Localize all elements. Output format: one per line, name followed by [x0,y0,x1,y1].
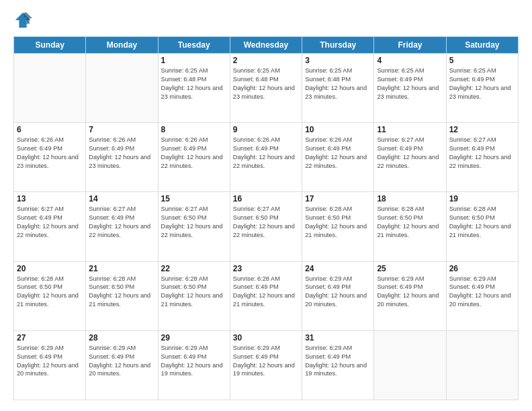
calendar-cell: 16Sunrise: 6:27 AM Sunset: 6:50 PM Dayli… [230,192,302,261]
calendar-day-header: Saturday [446,37,518,54]
calendar-cell: 10Sunrise: 6:26 AM Sunset: 6:49 PM Dayli… [302,123,374,192]
calendar-cell: 30Sunrise: 6:29 AM Sunset: 6:49 PM Dayli… [230,330,302,400]
calendar-cell: 13Sunrise: 6:27 AM Sunset: 6:49 PM Dayli… [14,192,86,261]
calendar-day-header: Friday [374,37,446,54]
calendar-cell: 24Sunrise: 6:29 AM Sunset: 6:49 PM Dayli… [302,261,374,330]
day-detail: Sunrise: 6:26 AM Sunset: 6:49 PM Dayligh… [161,136,227,171]
day-number: 9 [233,125,299,134]
day-number: 16 [233,194,299,203]
day-number: 7 [89,125,154,134]
calendar-day-header: Tuesday [158,37,230,54]
day-number: 13 [17,194,83,203]
calendar-week-row: 20Sunrise: 6:28 AM Sunset: 6:50 PM Dayli… [14,261,519,330]
calendar-cell: 28Sunrise: 6:29 AM Sunset: 6:49 PM Dayli… [86,330,158,400]
day-number: 30 [233,333,299,342]
day-number: 29 [161,333,227,342]
calendar-week-row: 27Sunrise: 6:29 AM Sunset: 6:49 PM Dayli… [14,330,519,400]
day-number: 19 [449,194,515,203]
day-number: 31 [305,333,371,342]
calendar-cell: 23Sunrise: 6:28 AM Sunset: 6:49 PM Dayli… [230,261,302,330]
calendar-cell: 1Sunrise: 6:25 AM Sunset: 6:48 PM Daylig… [158,54,230,123]
calendar-cell: 26Sunrise: 6:29 AM Sunset: 6:49 PM Dayli… [446,261,518,330]
calendar-cell: 17Sunrise: 6:28 AM Sunset: 6:50 PM Dayli… [302,192,374,261]
day-detail: Sunrise: 6:29 AM Sunset: 6:49 PM Dayligh… [449,275,515,310]
day-number: 17 [305,194,371,203]
calendar-cell: 22Sunrise: 6:28 AM Sunset: 6:50 PM Dayli… [158,261,230,330]
calendar-week-row: 6Sunrise: 6:26 AM Sunset: 6:49 PM Daylig… [14,123,519,192]
day-detail: Sunrise: 6:28 AM Sunset: 6:50 PM Dayligh… [89,275,154,310]
day-detail: Sunrise: 6:25 AM Sunset: 6:48 PM Dayligh… [233,66,299,101]
day-number: 28 [89,333,154,342]
day-detail: Sunrise: 6:25 AM Sunset: 6:49 PM Dayligh… [449,66,515,101]
day-detail: Sunrise: 6:25 AM Sunset: 6:48 PM Dayligh… [305,66,371,101]
day-number: 1 [161,56,227,65]
calendar-cell: 8Sunrise: 6:26 AM Sunset: 6:49 PM Daylig… [158,123,230,192]
day-detail: Sunrise: 6:28 AM Sunset: 6:50 PM Dayligh… [161,275,227,310]
day-detail: Sunrise: 6:28 AM Sunset: 6:50 PM Dayligh… [305,205,371,240]
day-detail: Sunrise: 6:29 AM Sunset: 6:49 PM Dayligh… [305,344,371,379]
logo-icon [13,11,32,30]
calendar-header-row: SundayMondayTuesdayWednesdayThursdayFrid… [14,37,519,54]
day-number: 23 [233,264,299,273]
calendar-cell: 4Sunrise: 6:25 AM Sunset: 6:49 PM Daylig… [374,54,446,123]
day-detail: Sunrise: 6:25 AM Sunset: 6:48 PM Dayligh… [161,66,227,101]
calendar-cell: 9Sunrise: 6:26 AM Sunset: 6:49 PM Daylig… [230,123,302,192]
calendar-cell: 18Sunrise: 6:28 AM Sunset: 6:50 PM Dayli… [374,192,446,261]
calendar-cell: 29Sunrise: 6:29 AM Sunset: 6:49 PM Dayli… [158,330,230,400]
calendar-day-header: Sunday [14,37,86,54]
day-detail: Sunrise: 6:27 AM Sunset: 6:49 PM Dayligh… [89,205,154,240]
calendar-cell [374,330,446,400]
day-number: 2 [233,56,299,65]
calendar-cell: 5Sunrise: 6:25 AM Sunset: 6:49 PM Daylig… [446,54,518,123]
logo [13,11,35,30]
calendar-cell: 19Sunrise: 6:28 AM Sunset: 6:50 PM Dayli… [446,192,518,261]
calendar-cell: 11Sunrise: 6:27 AM Sunset: 6:49 PM Dayli… [374,123,446,192]
day-detail: Sunrise: 6:29 AM Sunset: 6:49 PM Dayligh… [305,275,371,310]
calendar-cell: 21Sunrise: 6:28 AM Sunset: 6:50 PM Dayli… [86,261,158,330]
day-detail: Sunrise: 6:27 AM Sunset: 6:49 PM Dayligh… [449,136,515,171]
calendar-day-header: Wednesday [230,37,302,54]
day-number: 26 [449,264,515,273]
calendar-cell [86,54,158,123]
calendar-week-row: 13Sunrise: 6:27 AM Sunset: 6:49 PM Dayli… [14,192,519,261]
day-detail: Sunrise: 6:29 AM Sunset: 6:49 PM Dayligh… [161,344,227,379]
day-detail: Sunrise: 6:29 AM Sunset: 6:49 PM Dayligh… [233,344,299,379]
day-detail: Sunrise: 6:28 AM Sunset: 6:50 PM Dayligh… [17,275,83,310]
day-detail: Sunrise: 6:28 AM Sunset: 6:49 PM Dayligh… [233,275,299,310]
day-detail: Sunrise: 6:27 AM Sunset: 6:50 PM Dayligh… [233,205,299,240]
day-detail: Sunrise: 6:27 AM Sunset: 6:49 PM Dayligh… [377,136,443,171]
calendar-cell: 31Sunrise: 6:29 AM Sunset: 6:49 PM Dayli… [302,330,374,400]
calendar-cell: 20Sunrise: 6:28 AM Sunset: 6:50 PM Dayli… [14,261,86,330]
calendar-cell: 12Sunrise: 6:27 AM Sunset: 6:49 PM Dayli… [446,123,518,192]
day-number: 8 [161,125,227,134]
calendar-cell [446,330,518,400]
day-detail: Sunrise: 6:26 AM Sunset: 6:49 PM Dayligh… [89,136,154,171]
day-detail: Sunrise: 6:28 AM Sunset: 6:50 PM Dayligh… [449,205,515,240]
calendar-day-header: Thursday [302,37,374,54]
calendar-cell: 3Sunrise: 6:25 AM Sunset: 6:48 PM Daylig… [302,54,374,123]
day-number: 15 [161,194,227,203]
day-number: 14 [89,194,154,203]
day-number: 22 [161,264,227,273]
calendar-table: SundayMondayTuesdayWednesdayThursdayFrid… [13,36,519,400]
day-number: 12 [449,125,515,134]
calendar-cell: 15Sunrise: 6:27 AM Sunset: 6:50 PM Dayli… [158,192,230,261]
day-detail: Sunrise: 6:26 AM Sunset: 6:49 PM Dayligh… [233,136,299,171]
day-number: 24 [305,264,371,273]
calendar-cell: 27Sunrise: 6:29 AM Sunset: 6:49 PM Dayli… [14,330,86,400]
day-number: 20 [17,264,83,273]
day-number: 10 [305,125,371,134]
day-number: 25 [377,264,443,273]
day-number: 21 [89,264,154,273]
day-detail: Sunrise: 6:25 AM Sunset: 6:49 PM Dayligh… [377,66,443,101]
day-detail: Sunrise: 6:29 AM Sunset: 6:49 PM Dayligh… [377,275,443,310]
day-detail: Sunrise: 6:28 AM Sunset: 6:50 PM Dayligh… [377,205,443,240]
day-number: 27 [17,333,83,342]
day-detail: Sunrise: 6:27 AM Sunset: 6:50 PM Dayligh… [161,205,227,240]
day-number: 6 [17,125,83,134]
day-number: 11 [377,125,443,134]
calendar-day-header: Monday [86,37,158,54]
day-number: 4 [377,56,443,65]
day-number: 18 [377,194,443,203]
calendar-cell: 7Sunrise: 6:26 AM Sunset: 6:49 PM Daylig… [86,123,158,192]
